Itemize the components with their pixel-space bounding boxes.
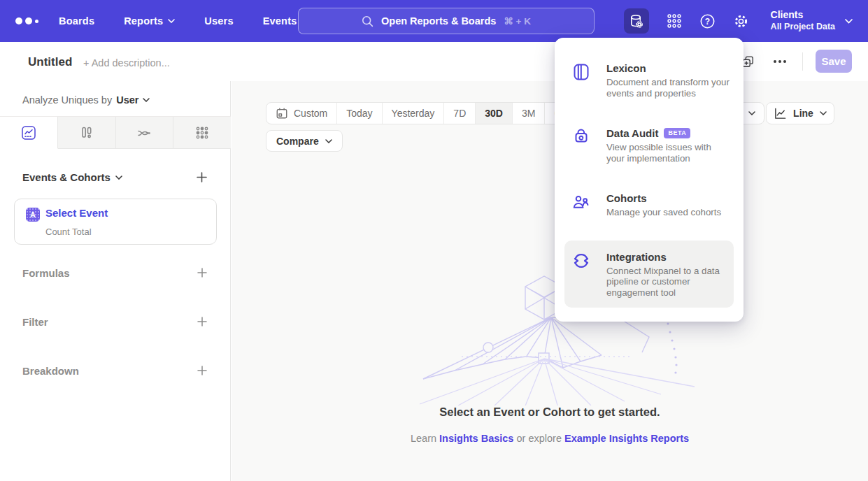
add-filter-button[interactable] [196, 315, 208, 328]
insights-tab-icon [21, 125, 36, 141]
breakdown-label: Breakdown [22, 365, 79, 377]
gear-icon [733, 13, 749, 29]
nav-item-label: Reports [124, 15, 163, 27]
database-gear-icon [628, 13, 644, 29]
analyze-by-dropdown[interactable]: User [116, 94, 150, 106]
date-range-label: Today [346, 108, 372, 119]
help-button[interactable]: ? [695, 8, 720, 34]
project-data-scope: All Project Data [771, 22, 835, 33]
plus-icon [197, 317, 207, 326]
date-range-yesterday[interactable]: Yesterday [382, 103, 444, 124]
search-placeholder: Open Reports & Boards [381, 15, 496, 27]
nav-item-label: Events [263, 15, 297, 27]
toolbar-divider [802, 52, 803, 71]
empty-state-title: Select an Event or Cohort to get started… [232, 405, 868, 419]
tab-funnels[interactable] [58, 117, 116, 149]
nav-item-label: Boards [59, 15, 94, 27]
menu-item-desc: View possible issues with your implement… [606, 142, 731, 164]
date-range-7d[interactable]: 7D [443, 103, 475, 124]
date-range-30d[interactable]: 30D [475, 103, 512, 124]
menu-item-desc: Document and transform your events and p… [606, 77, 731, 99]
select-event-button[interactable]: Select Event [45, 207, 108, 219]
event-row-a[interactable]: A Select Event Count Total [14, 199, 217, 245]
report-title[interactable]: Untitled [28, 55, 72, 69]
add-breakdown-button[interactable] [196, 364, 208, 377]
project-selector[interactable]: Clients All Project Data [771, 9, 835, 32]
nav-item-boards[interactable]: Boards [59, 15, 94, 27]
tab-flows[interactable] [116, 117, 174, 149]
nav-item-label: Users [204, 15, 233, 27]
chart-style-label: Line [793, 108, 813, 119]
add-description-field[interactable]: + Add description... [83, 57, 170, 69]
query-builder-sidebar: Analyze Uniques by User [0, 81, 231, 481]
event-aggregation[interactable]: Count Total [45, 227, 92, 237]
menu-item-title: Cohorts [606, 192, 647, 205]
chart-style-dropdown[interactable]: Line [766, 102, 834, 124]
date-range-label: 30D [485, 108, 503, 119]
integrations-icon [571, 251, 591, 271]
nav-links: Boards Reports Users Events [59, 0, 297, 42]
date-range-label: Custom [294, 108, 327, 119]
menu-item-cohorts[interactable]: Cohorts Manage your saved cohorts [555, 186, 744, 224]
compare-dropdown[interactable]: Compare [266, 130, 343, 152]
tab-insights[interactable] [0, 117, 58, 149]
plus-icon [197, 366, 207, 375]
apps-grid-icon [667, 13, 682, 29]
insights-basics-link[interactable]: Insights Basics [439, 433, 513, 444]
example-reports-link[interactable]: Example Insights Reports [564, 433, 689, 444]
chevron-down-icon [845, 19, 853, 24]
data-management-menu: Lexicon Document and transform your even… [555, 38, 744, 322]
menu-item-title: Integrations [606, 250, 667, 264]
date-range-custom[interactable]: Custom [266, 103, 336, 124]
search-icon [362, 15, 373, 27]
date-range-today[interactable]: Today [336, 103, 381, 124]
compare-label: Compare [276, 136, 319, 147]
mixpanel-logo-icon[interactable] [15, 17, 38, 24]
menu-item-desc: Manage your saved cohorts [606, 207, 721, 218]
retention-tab-icon [194, 125, 210, 141]
lexicon-book-icon [571, 62, 591, 82]
tab-retention[interactable] [173, 117, 231, 149]
add-event-button[interactable] [195, 171, 208, 184]
add-formula-button[interactable] [196, 266, 208, 279]
more-options-button[interactable] [770, 57, 790, 66]
event-letter-badge: A [26, 208, 40, 222]
chevron-down-icon [325, 139, 332, 143]
data-management-button[interactable] [624, 8, 649, 34]
nav-item-events[interactable]: Events [263, 15, 297, 27]
cohorts-icon [571, 192, 591, 212]
global-search-input[interactable]: Open Reports & Boards ⌘ + K [298, 8, 595, 34]
empty-or-text: or explore [516, 433, 561, 444]
apps-grid-button[interactable] [662, 8, 687, 34]
menu-item-integrations[interactable]: Integrations Connect Mixpanel to a data … [564, 240, 734, 308]
beta-badge: BETA [664, 128, 690, 138]
events-cohorts-label: Events & Cohorts [22, 171, 111, 183]
calendar-icon [276, 107, 288, 120]
plus-icon [197, 172, 207, 182]
top-navbar: Boards Reports Users Events Open Reports… [0, 0, 868, 42]
report-canvas: Custom Today Yesterday 7D 30D 3M 6M Comp… [232, 81, 868, 481]
nav-item-users[interactable]: Users [204, 15, 233, 27]
analyze-label: Analyze Uniques by [22, 94, 112, 106]
chevron-down-icon [820, 111, 827, 115]
nav-item-reports[interactable]: Reports [124, 15, 175, 27]
menu-item-title: Lexicon [606, 62, 646, 75]
settings-button[interactable] [729, 8, 754, 34]
events-cohorts-header[interactable]: Events & Cohorts [22, 171, 122, 183]
save-button[interactable]: Save [816, 50, 852, 73]
menu-item-desc: Connect Mixpanel to a data pipeline or c… [606, 266, 725, 299]
plus-icon [197, 268, 207, 278]
date-range-control: Custom Today Yesterday 7D 30D 3M 6M [266, 102, 578, 124]
line-chart-icon [774, 107, 787, 120]
chart-type-tabs [0, 116, 231, 149]
chevron-down-icon [143, 98, 150, 102]
chevron-down-icon [168, 19, 175, 23]
project-name: Clients [771, 9, 835, 22]
menu-item-lexicon[interactable]: Lexicon Document and transform your even… [555, 56, 744, 104]
chevron-down-icon [748, 111, 755, 115]
date-range-label: Yesterday [392, 108, 435, 119]
date-range-label: 7D [453, 108, 466, 119]
date-range-3m[interactable]: 3M [512, 103, 544, 124]
menu-item-data-audit[interactable]: Data Audit BETA View possible issues wit… [555, 121, 744, 169]
formulas-label: Formulas [22, 267, 70, 279]
